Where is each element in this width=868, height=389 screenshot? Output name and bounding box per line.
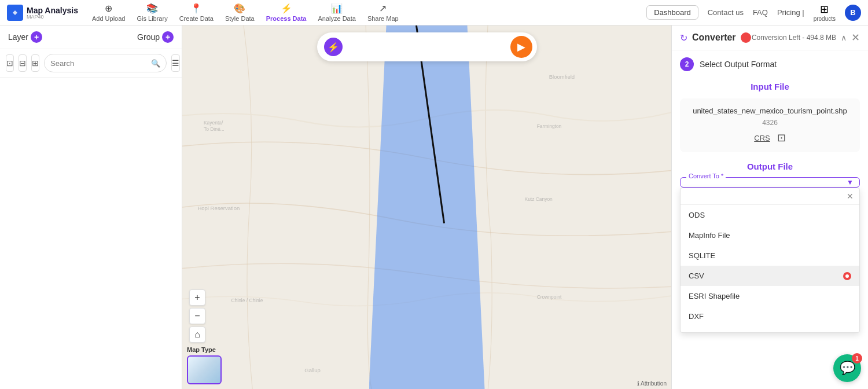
style-data-icon: 🎨 — [234, 3, 245, 14]
nav-process-data[interactable]: ⚡ Process Data — [266, 3, 307, 22]
grid-icon: ⊞ — [820, 3, 829, 16]
app-logo[interactable]: Map Analysis MAP40 — [7, 5, 78, 21]
faq-link[interactable]: FAQ — [753, 8, 768, 17]
converter-chevron-icon[interactable]: ∧ — [841, 33, 847, 42]
process-data-icon: ⚡ — [281, 3, 292, 14]
converter-title: Converter — [692, 32, 736, 43]
layer-search-input[interactable] — [50, 59, 148, 68]
chat-button[interactable]: 💬 1 — [833, 354, 861, 382]
dropdown-item-csv[interactable]: CSV — [681, 266, 859, 286]
main-layout: Layer + Group + ⊡ ⊟ ⊞ 🔍 ☰ — [0, 25, 868, 389]
nav-style-data[interactable]: 🎨 Style Data — [225, 3, 255, 22]
svg-text:Farmington: Farmington — [537, 123, 562, 129]
layer-search-box: 🔍 — [44, 54, 167, 72]
converter-panel: ↻ Converter Conversion Left - 494.8 MB ∧… — [671, 25, 868, 389]
nav-actions: ⊕ Add Upload 📚 Gis Library 📍 Create Data… — [92, 3, 646, 22]
nav-add-upload[interactable]: ⊕ Add Upload — [92, 3, 126, 22]
input-filename: united_states_new_mexico_tourism_point.s… — [689, 107, 851, 115]
map-area[interactable]: Kayenta/ To Diné... Hopi Reservation Chi… — [182, 25, 671, 389]
layer-add-icon[interactable]: + — [31, 31, 42, 43]
nav-analyze-data[interactable]: 📊 Analyze Data — [318, 3, 355, 22]
attribution-bar[interactable]: ℹ Attribution — [637, 380, 667, 387]
group-button[interactable]: Group + — [137, 31, 174, 43]
converter-record-dot[interactable] — [741, 32, 751, 43]
gis-library-icon: 📚 — [146, 3, 158, 14]
dropdown-item-esri-shapefile[interactable]: ESRI Shapefile — [681, 286, 859, 306]
zoom-in-button[interactable]: + — [189, 289, 205, 306]
analyze-data-icon: 📊 — [331, 3, 343, 14]
dropdown-item-mapinfo[interactable]: MapInfo File — [681, 225, 859, 245]
svg-text:Hopi Reservation: Hopi Reservation — [197, 205, 240, 211]
toolbar-btn-1[interactable]: ⊡ — [6, 54, 14, 72]
layer-toolbar: ⊡ ⊟ ⊞ 🔍 ☰ — [0, 49, 182, 78]
logo-icon — [7, 5, 23, 21]
nav-gis-library[interactable]: 📚 Gis Library — [137, 3, 167, 22]
home-button[interactable]: ⌂ — [189, 326, 205, 343]
create-data-icon: 📍 — [190, 3, 202, 14]
convert-to-selector[interactable]: Convert To * ▼ — [680, 177, 860, 188]
crs-scan-icon[interactable]: ⊡ — [777, 131, 786, 144]
converter-title-row: ↻ Converter — [680, 32, 751, 43]
converter-refresh-icon[interactable]: ↻ — [680, 32, 687, 43]
dropdown-item-ods[interactable]: ODS — [681, 205, 859, 225]
layer-group-header: Layer + Group + — [0, 25, 182, 49]
contact-link[interactable]: Contact us — [708, 8, 744, 17]
output-section-title: Output File — [680, 162, 860, 171]
map-bar-go-button[interactable]: ▶ — [510, 36, 532, 58]
map-type-panel: Map Type — [187, 346, 222, 384]
convert-to-arrow-icon: ▼ — [847, 178, 854, 186]
layer-button[interactable]: Layer + — [8, 31, 42, 43]
csv-selected-indicator — [843, 272, 851, 280]
input-epsg-code: 4326 — [689, 119, 851, 127]
convert-to-label: Convert To * — [686, 173, 726, 179]
map-search-input[interactable] — [347, 42, 506, 52]
pricing-link[interactable]: Pricing | — [777, 8, 804, 17]
converter-header: ↻ Converter Conversion Left - 494.8 MB ∧… — [672, 25, 868, 50]
zoom-out-button[interactable]: − — [189, 308, 205, 324]
dropdown-search-input[interactable] — [686, 192, 843, 201]
dropdown-item-mid[interactable]: MID — [681, 326, 859, 332]
user-avatar[interactable]: B — [845, 5, 861, 21]
map-search-bar: ⚡ ▶ — [317, 32, 537, 61]
input-section-title: Input File — [680, 82, 860, 91]
group-add-icon[interactable]: + — [162, 31, 174, 43]
map-bar-bookmark-icon[interactable]: ⚡ — [324, 38, 343, 56]
chat-badge: 1 — [852, 353, 862, 364]
input-file-box: united_states_new_mexico_tourism_point.s… — [680, 98, 860, 152]
dashboard-button[interactable]: Dashboard — [646, 5, 698, 20]
svg-text:Chinle / Chinie: Chinle / Chinie — [231, 298, 263, 303]
svg-text:Gallup: Gallup — [304, 367, 320, 373]
left-panel: Layer + Group + ⊡ ⊟ ⊞ 🔍 ☰ — [0, 25, 182, 389]
step-indicator: 2 Select Output Format — [680, 50, 860, 76]
svg-text:Crownpoint: Crownpoint — [537, 294, 562, 300]
dropdown-list: ODS MapInfo File SQLITE CSV ESRI Shapefi… — [681, 205, 859, 332]
dropdown-item-sqlite[interactable]: SQLITE — [681, 245, 859, 266]
converter-close-button[interactable]: ✕ — [851, 31, 860, 44]
toolbar-btn-2[interactable]: ⊟ — [19, 54, 27, 72]
map-blue-region — [369, 25, 485, 389]
nav-create-data[interactable]: 📍 Create Data — [179, 3, 214, 22]
share-map-icon: ↗ — [379, 3, 387, 14]
map-type-thumbnail[interactable] — [187, 355, 222, 384]
map-type-label: Map Type — [187, 346, 222, 353]
converter-header-right: Conversion Left - 494.8 MB ∧ ✕ — [752, 31, 860, 44]
toolbar-btn-3[interactable]: ⊞ — [31, 54, 39, 72]
step-number: 2 — [680, 57, 694, 71]
dropdown-item-dxf[interactable]: DXF — [681, 306, 859, 326]
conversion-left-text: Conversion Left - 494.8 MB — [752, 34, 836, 42]
svg-text:Bloomfield: Bloomfield — [549, 74, 575, 80]
products-menu[interactable]: ⊞ products — [814, 3, 836, 22]
app-name: Map Analysis MAP40 — [27, 5, 78, 20]
dropdown-search-row: ✕ — [681, 188, 859, 205]
crs-row: CRS ⊡ — [689, 131, 851, 144]
crs-link[interactable]: CRS — [754, 134, 770, 142]
nav-right: Dashboard Contact us FAQ Pricing | ⊞ pro… — [646, 3, 861, 22]
map-zoom-controls: + − ⌂ — [189, 289, 205, 343]
dropdown-close-button[interactable]: ✕ — [847, 192, 854, 201]
step-label: Select Output Format — [700, 60, 777, 69]
top-navbar: Map Analysis MAP40 ⊕ Add Upload 📚 Gis Li… — [0, 0, 868, 25]
format-dropdown: ✕ ODS MapInfo File SQLITE CSV — [680, 188, 860, 333]
nav-share-map[interactable]: ↗ Share Map — [367, 3, 399, 22]
toolbar-btn-4[interactable]: ☰ — [171, 54, 180, 72]
search-icon: 🔍 — [151, 59, 160, 68]
